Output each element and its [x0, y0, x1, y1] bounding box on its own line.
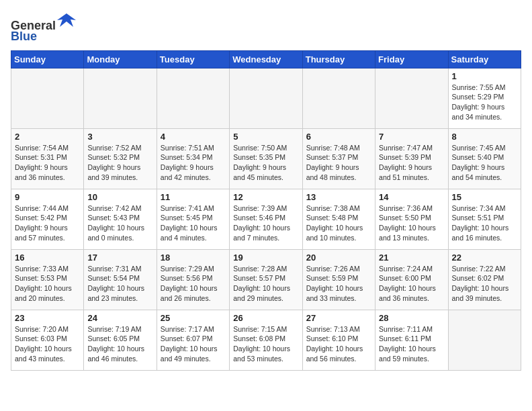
calendar-week-row: 9Sunrise: 7:44 AM Sunset: 5:42 PM Daylig…: [11, 189, 521, 249]
day-info: Sunrise: 7:24 AM Sunset: 6:00 PM Dayligh…: [379, 264, 444, 304]
day-info: Sunrise: 7:39 AM Sunset: 5:46 PM Dayligh…: [233, 203, 298, 243]
calendar-cell: 27Sunrise: 7:13 AM Sunset: 6:10 PM Dayli…: [302, 310, 375, 370]
logo-bird-icon: [57, 11, 76, 30]
day-number: 5: [233, 132, 298, 142]
calendar-cell: 13Sunrise: 7:38 AM Sunset: 5:48 PM Dayli…: [302, 189, 375, 249]
day-number: 4: [161, 132, 226, 142]
day-number: 21: [379, 253, 444, 263]
day-info: Sunrise: 7:54 AM Sunset: 5:31 PM Dayligh…: [15, 143, 80, 183]
day-number: 26: [233, 313, 298, 323]
calendar-cell: 5Sunrise: 7:50 AM Sunset: 5:35 PM Daylig…: [230, 128, 302, 189]
calendar-cell: 24Sunrise: 7:19 AM Sunset: 6:05 PM Dayli…: [84, 310, 157, 370]
day-number: 25: [161, 313, 226, 323]
calendar-table: SundayMondayTuesdayWednesdayThursdayFrid…: [11, 50, 521, 371]
calendar-cell: 4Sunrise: 7:51 AM Sunset: 5:34 PM Daylig…: [157, 128, 229, 189]
day-info: Sunrise: 7:38 AM Sunset: 5:48 PM Dayligh…: [306, 203, 371, 243]
day-number: 13: [306, 192, 371, 202]
day-info: Sunrise: 7:28 AM Sunset: 5:57 PM Dayligh…: [233, 264, 298, 304]
day-number: 14: [379, 192, 444, 202]
day-info: Sunrise: 7:33 AM Sunset: 5:53 PM Dayligh…: [15, 264, 80, 304]
weekday-header-row: SundayMondayTuesdayWednesdayThursdayFrid…: [11, 50, 521, 68]
day-info: Sunrise: 7:29 AM Sunset: 5:56 PM Dayligh…: [161, 264, 226, 304]
calendar-cell: 26Sunrise: 7:15 AM Sunset: 6:08 PM Dayli…: [230, 310, 302, 370]
day-number: 23: [15, 313, 80, 323]
calendar-cell: 20Sunrise: 7:26 AM Sunset: 5:59 PM Dayli…: [302, 249, 375, 310]
day-info: Sunrise: 7:52 AM Sunset: 5:32 PM Dayligh…: [87, 143, 152, 183]
day-info: Sunrise: 7:34 AM Sunset: 5:51 PM Dayligh…: [452, 203, 517, 243]
calendar-cell: 25Sunrise: 7:17 AM Sunset: 6:07 PM Dayli…: [157, 310, 229, 370]
day-info: Sunrise: 7:13 AM Sunset: 6:10 PM Dayligh…: [306, 324, 371, 364]
calendar-cell: [84, 68, 157, 128]
day-number: 3: [87, 132, 152, 142]
calendar-cell: 8Sunrise: 7:45 AM Sunset: 5:40 PM Daylig…: [448, 128, 521, 189]
calendar-cell: [11, 68, 84, 128]
calendar-cell: 9Sunrise: 7:44 AM Sunset: 5:42 PM Daylig…: [11, 189, 84, 249]
calendar-cell: 28Sunrise: 7:11 AM Sunset: 6:11 PM Dayli…: [375, 310, 448, 370]
day-number: 19: [233, 253, 298, 263]
calendar-cell: 16Sunrise: 7:33 AM Sunset: 5:53 PM Dayli…: [11, 249, 84, 310]
day-info: Sunrise: 7:26 AM Sunset: 5:59 PM Dayligh…: [306, 264, 371, 304]
calendar-cell: 17Sunrise: 7:31 AM Sunset: 5:54 PM Dayli…: [84, 249, 157, 310]
day-number: 1: [452, 71, 517, 81]
calendar-cell: 23Sunrise: 7:20 AM Sunset: 6:03 PM Dayli…: [11, 310, 84, 370]
svg-marker-0: [57, 13, 76, 27]
calendar-cell: 22Sunrise: 7:22 AM Sunset: 6:02 PM Dayli…: [448, 249, 521, 310]
day-number: 28: [379, 313, 444, 323]
day-info: Sunrise: 7:41 AM Sunset: 5:45 PM Dayligh…: [161, 203, 226, 243]
weekday-header-sunday: Sunday: [11, 50, 84, 68]
day-info: Sunrise: 7:11 AM Sunset: 6:11 PM Dayligh…: [379, 324, 444, 364]
day-number: 8: [452, 132, 517, 142]
day-number: 9: [15, 192, 80, 202]
day-info: Sunrise: 7:42 AM Sunset: 5:43 PM Dayligh…: [87, 203, 152, 243]
calendar-cell: 19Sunrise: 7:28 AM Sunset: 5:57 PM Dayli…: [230, 249, 302, 310]
weekday-header-wednesday: Wednesday: [230, 50, 302, 68]
calendar-cell: 21Sunrise: 7:24 AM Sunset: 6:00 PM Dayli…: [375, 249, 448, 310]
day-number: 27: [306, 313, 371, 323]
calendar-cell: 18Sunrise: 7:29 AM Sunset: 5:56 PM Dayli…: [157, 249, 229, 310]
day-number: 15: [452, 192, 517, 202]
calendar-cell: 11Sunrise: 7:41 AM Sunset: 5:45 PM Dayli…: [157, 189, 229, 249]
calendar-week-row: 16Sunrise: 7:33 AM Sunset: 5:53 PM Dayli…: [11, 249, 521, 310]
calendar-cell: 3Sunrise: 7:52 AM Sunset: 5:32 PM Daylig…: [84, 128, 157, 189]
day-number: 24: [87, 313, 152, 323]
calendar-cell: 14Sunrise: 7:36 AM Sunset: 5:50 PM Dayli…: [375, 189, 448, 249]
day-info: Sunrise: 7:45 AM Sunset: 5:40 PM Dayligh…: [452, 143, 517, 183]
day-info: Sunrise: 7:20 AM Sunset: 6:03 PM Dayligh…: [15, 324, 80, 364]
calendar-cell: 7Sunrise: 7:47 AM Sunset: 5:39 PM Daylig…: [375, 128, 448, 189]
calendar-week-row: 1Sunrise: 7:55 AM Sunset: 5:29 PM Daylig…: [11, 68, 521, 128]
logo-blue-text: Blue: [11, 30, 37, 43]
day-info: Sunrise: 7:19 AM Sunset: 6:05 PM Dayligh…: [87, 324, 152, 364]
day-number: 16: [15, 253, 80, 263]
day-info: Sunrise: 7:55 AM Sunset: 5:29 PM Dayligh…: [452, 83, 517, 122]
page-header: General Blue: [11, 11, 521, 44]
day-number: 7: [379, 132, 444, 142]
calendar-cell: 6Sunrise: 7:48 AM Sunset: 5:37 PM Daylig…: [302, 128, 375, 189]
day-number: 20: [306, 253, 371, 263]
calendar-cell: 1Sunrise: 7:55 AM Sunset: 5:29 PM Daylig…: [448, 68, 521, 128]
day-info: Sunrise: 7:36 AM Sunset: 5:50 PM Dayligh…: [379, 203, 444, 243]
day-number: 22: [452, 253, 517, 263]
calendar-cell: 12Sunrise: 7:39 AM Sunset: 5:46 PM Dayli…: [230, 189, 302, 249]
day-number: 12: [233, 192, 298, 202]
calendar-cell: [302, 68, 375, 128]
calendar-week-row: 23Sunrise: 7:20 AM Sunset: 6:03 PM Dayli…: [11, 310, 521, 370]
calendar-cell: 15Sunrise: 7:34 AM Sunset: 5:51 PM Dayli…: [448, 189, 521, 249]
day-info: Sunrise: 7:17 AM Sunset: 6:07 PM Dayligh…: [161, 324, 226, 364]
day-info: Sunrise: 7:47 AM Sunset: 5:39 PM Dayligh…: [379, 143, 444, 183]
calendar-cell: [157, 68, 229, 128]
day-info: Sunrise: 7:15 AM Sunset: 6:08 PM Dayligh…: [233, 324, 298, 364]
weekday-header-thursday: Thursday: [302, 50, 375, 68]
weekday-header-tuesday: Tuesday: [157, 50, 229, 68]
logo: General Blue: [11, 11, 76, 44]
day-number: 6: [306, 132, 371, 142]
calendar-cell: [448, 310, 521, 370]
day-number: 18: [161, 253, 226, 263]
calendar-cell: [375, 68, 448, 128]
calendar-cell: 2Sunrise: 7:54 AM Sunset: 5:31 PM Daylig…: [11, 128, 84, 189]
weekday-header-friday: Friday: [375, 50, 448, 68]
weekday-header-monday: Monday: [84, 50, 157, 68]
day-info: Sunrise: 7:50 AM Sunset: 5:35 PM Dayligh…: [233, 143, 298, 183]
weekday-header-saturday: Saturday: [448, 50, 521, 68]
day-number: 11: [161, 192, 226, 202]
day-info: Sunrise: 7:22 AM Sunset: 6:02 PM Dayligh…: [452, 264, 517, 304]
